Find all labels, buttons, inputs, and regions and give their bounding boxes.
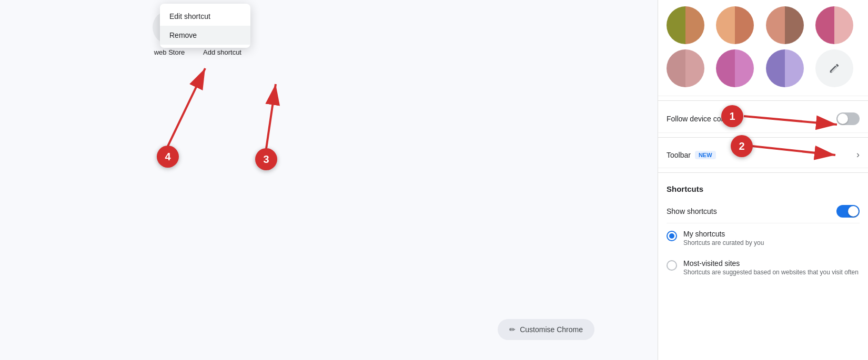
annotation-3: 3 — [255, 148, 277, 170]
follow-device-colours-toggle[interactable] — [836, 112, 860, 125]
annotation-1: 1 — [721, 105, 743, 127]
toolbar-label: Toolbar — [667, 151, 691, 159]
show-shortcuts-toggle[interactable] — [836, 205, 860, 218]
my-shortcuts-text: My shortcuts Shortcuts are curated by yo… — [683, 230, 764, 246]
annotation-2: 2 — [731, 135, 753, 157]
context-menu: Edit shortcut Remove — [160, 4, 250, 48]
divider-3 — [658, 172, 868, 173]
my-shortcuts-label: My shortcuts — [683, 230, 764, 238]
annotation-4: 4 — [157, 146, 179, 168]
divider-1 — [658, 100, 868, 101]
svg-line-5 — [168, 68, 205, 146]
my-shortcuts-desc: Shortcuts are curated by you — [683, 239, 764, 246]
shortcuts-section-title: Shortcuts — [667, 184, 860, 193]
customise-chrome-label: Customise Chrome — [520, 325, 583, 334]
toolbar-new-badge: NEW — [695, 151, 716, 159]
swatch-5[interactable] — [667, 49, 704, 87]
chevron-right-icon: › — [856, 149, 860, 160]
swatches-grid — [667, 6, 860, 87]
toolbar-left: Toolbar NEW — [667, 151, 716, 159]
my-shortcuts-option[interactable]: My shortcuts Shortcuts are curated by yo… — [667, 223, 860, 253]
svg-line-6 — [266, 84, 276, 149]
add-shortcut-label: Add shortcut — [203, 48, 241, 56]
swatch-2[interactable] — [716, 6, 754, 44]
follow-device-colours-row: Follow device colours — [658, 105, 868, 133]
toggle-knob — [837, 114, 848, 124]
arrows-overlay — [0, 0, 658, 360]
shortcuts-section: Shortcuts Show shortcuts My shortcuts Sh… — [658, 177, 868, 284]
color-swatches-section — [658, 0, 868, 96]
right-panel: Follow device colours Toolbar NEW › Shor… — [658, 0, 868, 360]
most-visited-desc: Shortcuts are suggested based on website… — [683, 269, 859, 276]
most-visited-radio[interactable] — [667, 260, 677, 271]
swatch-7[interactable] — [766, 49, 804, 87]
show-shortcuts-label: Show shortcuts — [667, 207, 717, 215]
pencil-icon: ✏ — [509, 325, 516, 334]
most-visited-label: Most-visited sites — [683, 259, 859, 268]
divider-2 — [658, 137, 868, 138]
edit-shortcut-item[interactable]: Edit shortcut — [160, 7, 250, 26]
toolbar-row[interactable]: Toolbar NEW › — [658, 142, 868, 168]
web-store-label: web Store — [154, 48, 185, 56]
most-visited-option[interactable]: Most-visited sites Shortcuts are suggest… — [667, 253, 860, 282]
my-shortcuts-radio[interactable] — [667, 231, 677, 241]
customise-chrome-button[interactable]: ✏ Customise Chrome — [498, 319, 594, 340]
swatch-1[interactable] — [667, 6, 704, 44]
swatch-4[interactable] — [815, 6, 853, 44]
main-area: Edit shortcut Remove web Store + Add sho… — [0, 0, 658, 360]
most-visited-text: Most-visited sites Shortcuts are suggest… — [683, 259, 859, 276]
show-shortcuts-row: Show shortcuts — [667, 200, 860, 223]
custom-color-swatch[interactable] — [815, 49, 853, 87]
remove-item[interactable]: Remove — [160, 26, 250, 45]
swatch-3[interactable] — [766, 6, 804, 44]
show-shortcuts-toggle-knob — [848, 206, 859, 217]
swatch-6[interactable] — [716, 49, 754, 87]
